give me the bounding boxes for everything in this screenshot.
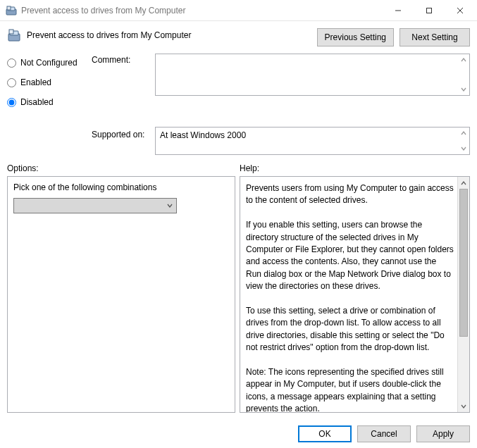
- radio-not-configured-label: Not Configured: [20, 58, 78, 68]
- chevron-down-icon: [163, 199, 176, 213]
- previous-setting-button[interactable]: Previous Setting: [317, 28, 394, 46]
- chevron-up-icon[interactable]: [459, 129, 468, 137]
- policy-title: Prevent access to drives from My Compute…: [27, 30, 191, 40]
- scroll-up-icon[interactable]: [458, 177, 469, 189]
- help-text: Prevents users from using My Computer to…: [246, 182, 454, 413]
- ok-button[interactable]: OK: [298, 425, 352, 442]
- apply-button[interactable]: Apply: [416, 425, 470, 442]
- help-heading: Help:: [240, 163, 259, 173]
- radio-enabled[interactable]: Enabled: [7, 77, 92, 87]
- options-prompt: Pick one of the following combinations: [13, 182, 229, 192]
- chevron-up-icon[interactable]: [459, 56, 468, 64]
- svg-rect-9: [9, 30, 13, 34]
- comment-textarea[interactable]: [155, 54, 470, 96]
- window-title: Prevent access to drives from My Compute…: [21, 6, 383, 15]
- radio-enabled-input[interactable]: [7, 78, 16, 87]
- chevron-down-icon[interactable]: [459, 85, 468, 94]
- svg-rect-4: [427, 8, 432, 13]
- titlebar: Prevent access to drives from My Compute…: [0, 0, 477, 21]
- help-pane: Prevents users from using My Computer to…: [240, 176, 470, 413]
- policy-icon: [7, 28, 21, 42]
- scroll-thumb[interactable]: [459, 189, 468, 337]
- maximize-button[interactable]: [414, 1, 445, 20]
- radio-not-configured-input[interactable]: [7, 58, 16, 68]
- cancel-button[interactable]: Cancel: [357, 425, 411, 442]
- radio-disabled-input[interactable]: [7, 98, 16, 107]
- options-pane: Pick one of the following combinations: [7, 176, 235, 413]
- radio-disabled-label: Disabled: [20, 97, 54, 107]
- next-setting-button[interactable]: Next Setting: [399, 28, 470, 46]
- supported-on-box: At least Windows 2000: [155, 127, 470, 155]
- svg-rect-2: [7, 6, 11, 10]
- footer: OK Cancel Apply: [0, 420, 477, 448]
- radio-enabled-label: Enabled: [20, 77, 51, 87]
- minimize-button[interactable]: [383, 1, 414, 20]
- app-icon: [6, 5, 17, 16]
- radio-disabled[interactable]: Disabled: [7, 97, 92, 107]
- supported-on-value: At least Windows 2000: [160, 130, 246, 140]
- radio-not-configured[interactable]: Not Configured: [7, 58, 92, 68]
- chevron-down-icon[interactable]: [459, 144, 468, 153]
- comment-label: Comment:: [92, 54, 155, 65]
- scroll-down-icon[interactable]: [458, 400, 469, 412]
- options-heading: Options:: [7, 163, 240, 173]
- help-scrollbar[interactable]: [457, 177, 469, 412]
- state-radios: Not Configured Enabled Disabled: [7, 54, 92, 117]
- supported-on-label: Supported on:: [92, 127, 155, 139]
- close-button[interactable]: [445, 1, 476, 20]
- scroll-track[interactable]: [458, 189, 469, 400]
- header-row: Prevent access to drives from My Compute…: [7, 25, 470, 54]
- drive-combo[interactable]: [13, 198, 177, 213]
